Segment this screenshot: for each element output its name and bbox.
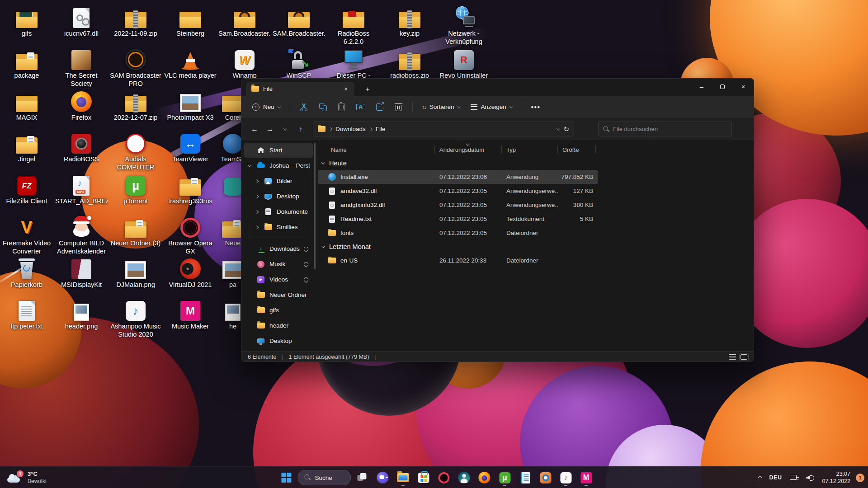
file-row-en-us[interactable]: en-US26.11.2022 20:33Dateiordner xyxy=(318,253,598,267)
desktop-icon-ftp-peter-txt[interactable]: ftp peter.txt xyxy=(0,298,54,331)
desktop-icon-steinberg[interactable]: Steinberg xyxy=(163,5,217,38)
desktop-icon-papierkorb[interactable]: Papierkorb xyxy=(0,257,54,289)
desktop-icon-key-zip[interactable]: key.zip xyxy=(382,5,437,38)
recent-locations-button[interactable] xyxy=(278,122,292,136)
sidebar-item-dokumente[interactable]: Dokumente xyxy=(244,204,313,219)
desktop-icon-radioboss-6-2-2-0[interactable]: RadioBoss 6.2.2.0 xyxy=(326,5,381,46)
large-icons-view-icon[interactable] xyxy=(741,354,747,360)
group-header-letzten-monat[interactable]: Letzten Monat xyxy=(318,240,750,253)
desktop-icon-magix[interactable]: MAGIX xyxy=(0,89,54,122)
file-row-amdgfxinfo32-dll[interactable]: amdgfxinfo32.dll07.12.2022 23:05Anwendun… xyxy=(318,198,598,212)
language-indicator[interactable]: DEU xyxy=(766,469,785,486)
file-row-amdave32-dll[interactable]: amdave32.dll07.12.2022 23:05Anwendungser… xyxy=(318,184,598,198)
column-header-type[interactable]: Typ xyxy=(502,143,558,156)
taskbar-app-file-explorer[interactable] xyxy=(394,469,412,487)
desktop-icon-computer-bild-adventskalender-2022[interactable]: Computer BILD Adventskalender 2022 xyxy=(54,215,108,256)
column-header-name[interactable]: Name xyxy=(318,143,435,156)
file-row-readme-txt[interactable]: Readme.txt07.12.2022 23:05Textdokument5 … xyxy=(318,212,598,226)
cut-button[interactable] xyxy=(295,99,313,115)
desktop-icon-package[interactable]: package xyxy=(0,47,54,80)
sidebar-item-gifs[interactable]: gifs xyxy=(244,303,313,318)
desktop-icon-filezilla-client[interactable]: FZFileZilla Client xyxy=(0,173,54,206)
taskbar-app-firefox[interactable] xyxy=(475,469,493,487)
desktop-icon-gifs[interactable]: gifs xyxy=(0,5,54,38)
desktop-icon-revo-uninstaller[interactable]: RRevo Uninstaller xyxy=(437,47,491,80)
clock[interactable]: 23:07 07.12.2022 xyxy=(819,470,853,485)
address-dropdown-icon[interactable] xyxy=(557,127,560,130)
sort-button[interactable]: ↑↓ Sortieren xyxy=(417,99,465,115)
search-box[interactable]: File durchsuchen xyxy=(598,122,732,136)
desktop-icon-radioboss[interactable]: RadioBOSS xyxy=(54,131,108,164)
delete-button[interactable] xyxy=(390,99,408,115)
sidebar-item-videos[interactable]: ▶Videos xyxy=(244,272,313,287)
taskbar-app-microsoft-store[interactable] xyxy=(414,469,432,487)
taskbar-search[interactable]: Suche xyxy=(297,470,351,485)
desktop-icon-the-secret-society[interactable]: The Secret Society xyxy=(54,47,108,88)
forward-button[interactable]: → xyxy=(263,122,277,136)
file-row-fonts[interactable]: fonts07.12.2022 23:05Dateiordner xyxy=(318,226,598,240)
desktop-icon-sam-broadcaster-pro[interactable]: SAM Broadcaster PRO xyxy=(108,47,163,88)
group-header-heute[interactable]: Heute xyxy=(318,156,750,170)
desktop-icon-sam-broadcaster-pr[interactable]: Sam.Broadcaster.Pr... xyxy=(217,5,272,38)
sidebar-item-downloads[interactable]: ↓Downloads xyxy=(244,241,313,256)
desktop-icon-winamp[interactable]: WWinamp xyxy=(217,47,272,80)
taskbar-app-opera-gx[interactable] xyxy=(434,469,453,487)
rename-button[interactable]: A xyxy=(352,99,370,115)
desktop-icon-2022-11-09-zip[interactable]: 2022-11-09.zip xyxy=(108,5,163,38)
new-tab-button[interactable]: + xyxy=(361,83,374,96)
taskbar-app-apple-music[interactable]: ♪ xyxy=(557,469,575,487)
network-icon[interactable] xyxy=(787,469,801,486)
new-button[interactable]: + Neu xyxy=(248,99,285,115)
desktop-icon-jingel[interactable]: Jingel xyxy=(0,131,54,164)
more-button[interactable]: ●●● xyxy=(527,99,545,115)
tab-close-icon[interactable]: × xyxy=(341,84,351,94)
sidebar-item-bilder[interactable]: Bilder xyxy=(244,174,313,188)
taskbar-app-utorrent[interactable]: µ xyxy=(495,469,514,487)
desktop-icon-icucnv67-dll[interactable]: icucnv67.dll xyxy=(54,5,108,38)
desktop-icon-ashampoo-music-studio-2020[interactable]: ♪Ashampoo Music Studio 2020 xyxy=(108,298,163,338)
desktop-icon-msidisplaykit[interactable]: MSIDisplayKit xyxy=(54,257,108,289)
tray-overflow-button[interactable] xyxy=(755,469,764,486)
sidebar-item-neuer-ordner[interactable]: Neuer Ordner xyxy=(244,287,313,302)
sidebar-item-smillies[interactable]: Smillies xyxy=(244,220,313,235)
copy-button[interactable] xyxy=(314,99,332,115)
paste-button[interactable] xyxy=(333,99,351,115)
desktop-icon-radioboss-zip[interactable]: radioboss.zip xyxy=(382,47,437,80)
minimize-button[interactable]: – xyxy=(691,79,712,95)
desktop-icon-header-png[interactable]: header.png xyxy=(54,298,108,331)
maximize-button[interactable] xyxy=(712,79,733,95)
breadcrumb-file[interactable]: File xyxy=(376,126,386,132)
desktop-icon-freemake-video-converter[interactable]: VFreemake Video Converter xyxy=(0,215,54,255)
notification-badge[interactable]: 1 xyxy=(856,474,864,482)
desktop-icon-neuer-ordner-3[interactable]: Neuer Ordner (3) xyxy=(108,215,163,248)
tab-file[interactable]: File × xyxy=(246,82,354,96)
taskbar-app-teams-chat[interactable] xyxy=(373,469,392,487)
close-button[interactable]: × xyxy=(733,79,754,95)
up-button[interactable]: ↑ xyxy=(294,122,307,136)
taskbar-app-music-maker[interactable]: M xyxy=(577,469,595,487)
weather-widget[interactable]: 1 3°C Bewölkt xyxy=(5,467,49,488)
taskbar-app-notepad[interactable] xyxy=(516,469,534,487)
desktop-icon-sam-broadcaster-pr[interactable]: SAM.Broadcaster.Pr... xyxy=(272,5,326,38)
desktop-icon-2022-12-07-zip[interactable]: 2022-12-07.zip xyxy=(108,89,163,122)
desktop-icon-start-ad-break[interactable]: MP3START_AD_BREAK.... xyxy=(54,173,108,206)
sidebar-item-desktop[interactable]: Desktop xyxy=(244,333,313,348)
sidebar-item-joshua-persön[interactable]: Joshua – Persön xyxy=(244,158,313,173)
share-button[interactable] xyxy=(371,99,389,115)
column-header-size[interactable]: Größe xyxy=(558,143,596,156)
start-button[interactable] xyxy=(277,469,295,487)
view-button[interactable]: Anzeigen xyxy=(466,99,517,115)
refresh-button[interactable]: ↻ xyxy=(563,125,569,133)
desktop-icon-firefox[interactable]: Firefox xyxy=(54,89,108,122)
column-header-date[interactable]: Änderungsdatum xyxy=(435,143,502,156)
back-button[interactable]: ← xyxy=(248,122,261,136)
breadcrumb-downloads[interactable]: Downloads xyxy=(335,126,366,132)
sidebar-item-start[interactable]: Start xyxy=(244,143,313,158)
taskbar-app-task-view[interactable] xyxy=(353,469,371,487)
taskbar-app-edge-profile[interactable] xyxy=(455,469,473,487)
address-bar[interactable]: Downloads File ↻ xyxy=(313,122,574,136)
file-row-install-exe[interactable]: Install.exe07.12.2022 23:06Anwendung797.… xyxy=(318,170,598,184)
sidebar-item-musik[interactable]: ♪Musik xyxy=(244,257,313,272)
desktop-icon-netzwerk-verknüpfung[interactable]: Netzwerk - Verknüpfung xyxy=(437,5,491,46)
details-view-icon[interactable] xyxy=(729,354,736,360)
